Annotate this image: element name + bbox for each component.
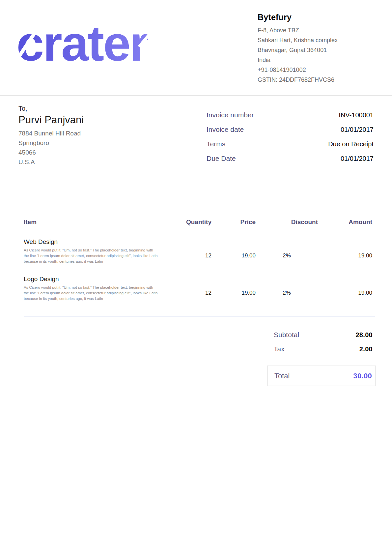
items-table-header-row: Item Quantity Price Discount Amount xyxy=(18,219,374,237)
company-address-line: Sahkari Hart, Krishna complex xyxy=(258,35,374,45)
customer-address-line: 45066 xyxy=(18,148,84,157)
bill-to-section: To, Purvi Panjvani 7884 Bunnel Hill Road… xyxy=(18,104,84,169)
item-cell: Web Design As Cicero would put it, “Um, … xyxy=(18,237,168,274)
tax-row: Tax 2.00 xyxy=(267,345,376,359)
invoice-number-label: Invoice number xyxy=(207,111,254,119)
column-header-item: Item xyxy=(18,219,168,237)
table-row: Web Design As Cicero would put it, “Um, … xyxy=(18,237,374,274)
company-gstin: GSTIN: 24DDF7682FHVCS6 xyxy=(258,75,374,85)
table-divider xyxy=(24,316,375,317)
customer-address-line: Springboro xyxy=(18,138,84,148)
total-value: 30.00 xyxy=(353,372,372,380)
crater-logo: crater xyxy=(16,23,162,64)
column-header-amount: Amount xyxy=(318,219,374,237)
company-info: Bytefury F-8, Above TBZ Sahkari Hart, Kr… xyxy=(258,13,374,85)
item-quantity: 12 xyxy=(168,274,211,311)
invoice-date-row: Invoice date 01/01/2017 xyxy=(207,126,374,140)
tax-label: Tax xyxy=(274,345,285,353)
column-header-price: Price xyxy=(211,219,256,237)
customer-address-line: 7884 Bunnel Hill Road xyxy=(18,129,84,138)
subtotal-value: 28.00 xyxy=(355,331,373,339)
item-amount: 19.00 xyxy=(318,274,374,311)
items-table: Item Quantity Price Discount Amount Web … xyxy=(18,219,374,311)
invoice-date-value: 01/01/2017 xyxy=(341,126,374,133)
terms-row: Terms Due on Receipt xyxy=(207,140,374,155)
item-discount: 2% xyxy=(256,274,318,311)
total-label: Total xyxy=(274,372,290,380)
item-cell: Logo Design As Cicero would put it, “Um,… xyxy=(18,274,168,311)
item-name: Logo Design xyxy=(24,275,158,283)
item-name: Web Design xyxy=(24,238,158,246)
due-date-label: Due Date xyxy=(207,155,236,162)
column-header-quantity: Quantity xyxy=(168,219,211,237)
customer-address-line: U.S.A xyxy=(18,157,84,167)
tax-value: 2.00 xyxy=(359,345,373,353)
subtotal-label: Subtotal xyxy=(274,331,299,339)
crater-logo-icon: crater xyxy=(16,23,162,63)
invoice-header: crater Bytefury F-8, Above TBZ Sahkari H… xyxy=(0,0,392,96)
company-name: Bytefury xyxy=(258,13,374,22)
customer-name: Purvi Panjvani xyxy=(18,113,84,127)
due-date-row: Due Date 01/01/2017 xyxy=(207,155,374,169)
company-address-line: F-8, Above TBZ xyxy=(258,25,374,35)
item-quantity: 12 xyxy=(168,237,211,274)
company-address: F-8, Above TBZ Sahkari Hart, Krishna com… xyxy=(258,25,374,85)
item-discount: 2% xyxy=(256,237,318,274)
item-amount: 19.00 xyxy=(318,237,374,274)
bill-to-label: To, xyxy=(18,104,84,113)
item-description: As Cicero would put it, “Um, not so fast… xyxy=(24,248,158,264)
company-phone: +91-08141901002 xyxy=(258,65,374,75)
invoice-meta-section: Invoice number INV-100001 Invoice date 0… xyxy=(207,111,374,169)
item-description: As Cicero would put it, “Um, not so fast… xyxy=(24,285,158,302)
item-price: 19.00 xyxy=(211,274,256,311)
invoice-number-value: INV-100001 xyxy=(339,111,374,119)
terms-label: Terms xyxy=(207,140,225,148)
company-address-line: India xyxy=(258,55,374,65)
subtotal-row: Subtotal 28.00 xyxy=(267,331,376,345)
invoice-date-label: Invoice date xyxy=(207,126,244,133)
total-box: Total 30.00 xyxy=(267,365,376,386)
invoice-page: crater Bytefury F-8, Above TBZ Sahkari H… xyxy=(0,0,392,555)
totals-section: Subtotal 28.00 Tax 2.00 Total 30.00 xyxy=(0,331,392,386)
table-row: Logo Design As Cicero would put it, “Um,… xyxy=(18,274,374,311)
column-header-discount: Discount xyxy=(256,219,318,237)
item-price: 19.00 xyxy=(211,237,256,274)
due-date-value: 01/01/2017 xyxy=(341,155,374,162)
invoice-info-row: To, Purvi Panjvani 7884 Bunnel Hill Road… xyxy=(0,104,392,169)
company-address-line: Bhavnagar, Gujrat 364001 xyxy=(258,45,374,55)
invoice-number-row: Invoice number INV-100001 xyxy=(207,111,374,126)
customer-address: 7884 Bunnel Hill Road Springboro 45066 U… xyxy=(18,129,84,167)
items-table-section: Item Quantity Price Discount Amount Web … xyxy=(0,219,392,311)
terms-value: Due on Receipt xyxy=(328,140,374,148)
